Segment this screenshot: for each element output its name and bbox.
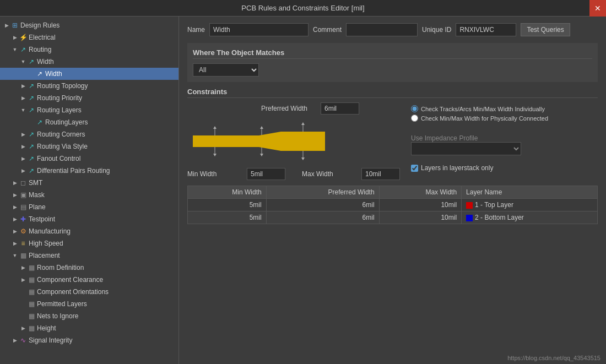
tree-arrow-icon: ▶ [11, 336, 19, 344]
tree-arrow-icon: ▶ [19, 82, 27, 90]
name-row: Name Comment Unique ID Test Queries [187, 23, 598, 36]
tree-arrow-icon: ▼ [19, 106, 27, 114]
radio-connected[interactable] [411, 115, 418, 122]
tree-arrow-icon: ▶ [19, 167, 27, 175]
window-title: PCB Rules and Constraints Editor [mil] [241, 4, 364, 12]
uid-input[interactable] [456, 23, 516, 36]
cell-preferred-width: 6mil [266, 199, 379, 211]
tree-item[interactable]: ↗RoutingLayers [0, 116, 178, 128]
title-bar: PCB Rules and Constraints Editor [mil] ✕ [0, 0, 606, 17]
name-input[interactable] [209, 23, 309, 36]
where-object-matches-section: Where The Object Matches All Net Net Cla… [187, 43, 598, 82]
tree-item-icon: ▣ [19, 191, 28, 199]
impedance-label: Use Impedance Profile [411, 134, 548, 142]
radio-label-2: Check Min/Max Width for Physically Conne… [421, 115, 548, 122]
tree-item-icon: ✚ [19, 215, 28, 224]
tree-item-label: Plane [29, 203, 46, 211]
tree-item-label: Routing Via Style [37, 143, 88, 150]
tree-item-label: Routing [29, 46, 51, 53]
tree-arrow-icon: ▶ [11, 203, 19, 211]
tree-item[interactable]: ▶↗Routing Topology [0, 80, 178, 92]
tree-item[interactable]: ▶↗Routing Via Style [0, 140, 178, 153]
tree-item[interactable]: ▦Nets to Ignore [0, 310, 178, 322]
min-width-input[interactable] [247, 168, 285, 180]
match-row: All Net Net Class Layer [193, 63, 592, 77]
tree-item-label: Nets to Ignore [37, 312, 78, 320]
tree-item-icon: ↗ [35, 118, 44, 127]
close-button[interactable]: ✕ [589, 0, 606, 17]
table-row: 5mil6mil10mil2 - Bottom Layer [188, 211, 598, 224]
max-width-input[interactable] [361, 168, 400, 180]
tree-item[interactable]: ▶⊞Design Rules [0, 19, 178, 31]
preferred-width-label: Preferred Width [261, 105, 316, 112]
tree-item[interactable]: ▶↗Differential Pairs Routing [0, 165, 178, 177]
tree-item-label: Routing Priority [37, 94, 82, 102]
match-dropdown[interactable]: All Net Net Class Layer [193, 63, 259, 77]
layers-checkbox[interactable] [411, 165, 418, 172]
radio-label-1: Check Tracks/Arcs Min/Max Width Individu… [421, 106, 545, 112]
svg-marker-3 [260, 126, 263, 129]
tree-item[interactable]: ▶▤Plane [0, 201, 178, 213]
cell-max-width: 10mil [379, 211, 461, 224]
tree-arrow-icon [19, 300, 27, 308]
tree-item[interactable]: ▶▦Room Definition [0, 262, 178, 274]
tree-item[interactable]: ▶▦Component Clearance [0, 274, 178, 286]
layers-checkbox-label: Layers in layerstack only [421, 164, 493, 172]
tree-item-label: Testpoint [29, 215, 55, 223]
tree-arrow-icon: ▶ [11, 191, 19, 199]
svg-marker-5 [260, 154, 263, 156]
comment-input[interactable] [346, 23, 418, 36]
tree-item[interactable]: ▶⚡Electrical [0, 31, 178, 44]
impedance-dropdown[interactable] [411, 142, 521, 155]
tree-item-icon: ≡ [19, 239, 28, 248]
tree-item-icon: ◻ [19, 178, 28, 187]
cell-preferred-width: 6mil [266, 211, 379, 224]
tree-item[interactable]: ▶⚙Manufacturing [0, 225, 178, 237]
tree-item[interactable]: ▶↗Routing Corners [0, 128, 178, 140]
tree-item-icon: ⚡ [19, 33, 28, 42]
tree-arrow-icon [19, 312, 27, 320]
tree-item-label: Mask [29, 191, 45, 199]
min-width-row: Min Width [187, 168, 285, 180]
cell-max-width: 10mil [379, 199, 461, 211]
uid-label: Unique ID [422, 26, 451, 34]
tree-item[interactable]: ▶▣Mask [0, 189, 178, 201]
tree-arrow-icon: ▶ [11, 227, 19, 235]
cell-layer-name: 1 - Top Layer [462, 199, 598, 211]
tree-item[interactable]: ▶✚Testpoint [0, 213, 178, 225]
tree-arrow-icon: ▶ [11, 179, 19, 187]
tree-arrow-icon: ▶ [19, 324, 27, 332]
tree-item[interactable]: ▦Component Orientations [0, 286, 178, 298]
tree-item[interactable]: ▼↗Routing [0, 44, 178, 56]
layer-color-box [466, 215, 473, 221]
tree-arrow-icon: ▶ [19, 155, 27, 162]
tree-arrow-icon: ▶ [11, 34, 19, 41]
tree-item[interactable]: ▶↗Routing Priority [0, 92, 178, 104]
tree-item[interactable]: ▦Permitted Layers [0, 298, 178, 310]
options-section: Check Tracks/Arcs Min/Max Width Individu… [411, 105, 548, 172]
tree-item[interactable]: ▼↗Routing Layers [0, 104, 178, 116]
tree-item-label: Permitted Layers [37, 300, 87, 308]
tree-item[interactable]: ▼↗Width [0, 56, 178, 68]
max-width-label: Max Width [302, 170, 357, 178]
tree-item[interactable]: ▶↗Fanout Control [0, 153, 178, 165]
tree-item[interactable]: ↗Width [0, 68, 178, 80]
tree-item-icon: ↗ [27, 57, 36, 66]
tree-item-icon: ▦ [27, 263, 36, 272]
tree-item-label: Routing Topology [37, 82, 88, 90]
preferred-width-input[interactable] [321, 102, 359, 115]
layer-name-text: 1 - Top Layer [475, 201, 513, 209]
test-queries-button[interactable]: Test Queries [521, 23, 570, 36]
tree-item[interactable]: ▼▦Placement [0, 249, 178, 262]
tree-item[interactable]: ▶▦Height [0, 322, 178, 334]
tree-item[interactable]: ▶∿Signal Integrity [0, 334, 178, 346]
tree-item-label: Width [45, 70, 62, 78]
tree-item[interactable]: ▶≡High Speed [0, 237, 178, 249]
tree-arrow-icon: ▼ [11, 252, 19, 259]
right-panel: Name Comment Unique ID Test Queries Wher… [179, 17, 606, 364]
tree-item[interactable]: ▶◻SMT [0, 177, 178, 189]
layers-checkbox-row: Layers in layerstack only [411, 164, 548, 172]
where-section-header: Where The Object Matches [193, 48, 592, 59]
cell-layer-name: 2 - Bottom Layer [462, 211, 598, 224]
radio-individual[interactable] [411, 105, 418, 112]
